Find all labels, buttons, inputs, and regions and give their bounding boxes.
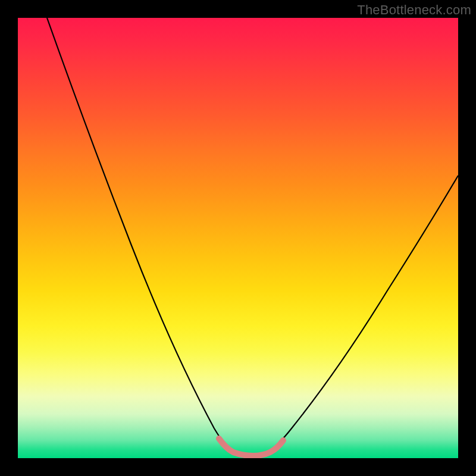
curve-layer bbox=[18, 18, 458, 458]
chart-canvas: TheBottleneck.com bbox=[0, 0, 476, 476]
plot-area bbox=[18, 18, 458, 458]
bottleneck-curve-right bbox=[268, 176, 458, 452]
bottleneck-curve-left bbox=[47, 18, 232, 452]
watermark-text: TheBottleneck.com bbox=[357, 2, 471, 18]
optimal-range-highlight bbox=[219, 439, 283, 456]
